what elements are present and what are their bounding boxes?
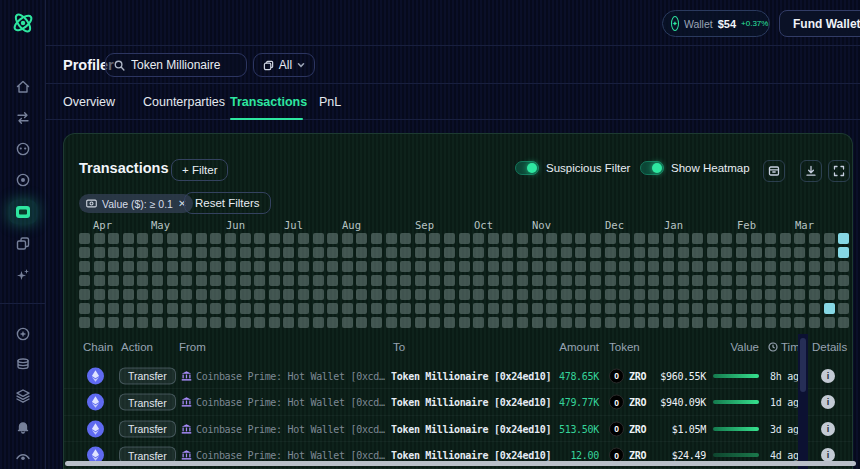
heatmap-cell[interactable] (137, 303, 148, 314)
heatmap-cell[interactable] (386, 247, 397, 258)
sidebar-item-swap[interactable] (9, 107, 37, 129)
heatmap-cell[interactable] (517, 289, 528, 300)
heatmap-cell[interactable] (240, 317, 251, 328)
heatmap-cell[interactable] (225, 303, 236, 314)
heatmap-cell[interactable] (546, 303, 557, 314)
heatmap-cell[interactable] (794, 261, 805, 272)
heatmap-cell[interactable] (371, 233, 382, 244)
heatmap-cell[interactable] (619, 289, 630, 300)
heatmap-cell[interactable] (634, 275, 645, 286)
sidebar-item-disc[interactable] (9, 169, 37, 191)
heatmap-cell[interactable] (415, 275, 426, 286)
heatmap-cell[interactable] (546, 261, 557, 272)
heatmap-cell[interactable] (721, 233, 732, 244)
heatmap-cell[interactable] (780, 247, 791, 258)
heatmap-cell[interactable] (634, 303, 645, 314)
heatmap-cell[interactable] (824, 303, 835, 314)
heatmap-cell[interactable] (167, 247, 178, 258)
heatmap-cell[interactable] (167, 233, 178, 244)
from-address[interactable]: Coinbase Prime: Hot Wallet [0xcd… (196, 423, 388, 434)
heatmap-cell[interactable] (181, 233, 192, 244)
heatmap-cell[interactable] (692, 303, 703, 314)
heatmap-cell[interactable] (327, 289, 338, 300)
sidebar-item-copy[interactable] (9, 233, 37, 255)
heatmap-cell[interactable] (692, 289, 703, 300)
heatmap-cell[interactable] (210, 233, 221, 244)
archive-view-button[interactable] (763, 160, 785, 182)
heatmap-cell[interactable] (196, 275, 207, 286)
heatmap-cell[interactable] (707, 317, 718, 328)
heatmap-cell[interactable] (678, 233, 689, 244)
heatmap-cell[interactable] (780, 261, 791, 272)
heatmap-cell[interactable] (502, 303, 513, 314)
heatmap-cell[interactable] (327, 275, 338, 286)
heatmap-cell[interactable] (590, 261, 601, 272)
sidebar-item-sparkles[interactable] (9, 264, 37, 286)
heatmap-cell[interactable] (152, 233, 163, 244)
heatmap-cell[interactable] (298, 275, 309, 286)
toggle-track[interactable] (640, 161, 664, 175)
heatmap-cell[interactable] (137, 247, 148, 258)
heatmap-cell[interactable] (780, 275, 791, 286)
heatmap-cell[interactable] (809, 233, 820, 244)
heatmap-cell[interactable] (561, 289, 572, 300)
heatmap-cell[interactable] (532, 317, 543, 328)
heatmap-cell[interactable] (269, 275, 280, 286)
heatmap-cell[interactable] (663, 303, 674, 314)
heatmap-cell[interactable] (809, 247, 820, 258)
heatmap-cell[interactable] (473, 303, 484, 314)
heatmap-cell[interactable] (429, 303, 440, 314)
heatmap-cell[interactable] (794, 317, 805, 328)
heatmap-cell[interactable] (444, 261, 455, 272)
heatmap-cell[interactable] (721, 317, 732, 328)
heatmap-cell[interactable] (225, 289, 236, 300)
heatmap-cell[interactable] (123, 289, 134, 300)
heatmap-cell[interactable] (79, 303, 90, 314)
heatmap-cell[interactable] (721, 303, 732, 314)
heatmap-cell[interactable] (444, 289, 455, 300)
heatmap-cell[interactable] (780, 303, 791, 314)
heatmap-cell[interactable] (561, 317, 572, 328)
heatmap-cell[interactable] (459, 247, 470, 258)
heatmap-cell[interactable] (94, 317, 105, 328)
heatmap-cell[interactable] (692, 261, 703, 272)
heatmap-cell[interactable] (371, 303, 382, 314)
heatmap-cell[interactable] (459, 289, 470, 300)
heatmap-cell[interactable] (575, 275, 586, 286)
heatmap-cell[interactable] (473, 261, 484, 272)
heatmap-cell[interactable] (400, 289, 411, 300)
heatmap-cell[interactable] (634, 247, 645, 258)
heatmap-cell[interactable] (152, 261, 163, 272)
sidebar-item-layers[interactable] (9, 385, 37, 407)
heatmap-cell[interactable] (429, 317, 440, 328)
heatmap-cell[interactable] (794, 275, 805, 286)
heatmap-cell[interactable] (94, 303, 105, 314)
heatmap-cell[interactable] (342, 233, 353, 244)
heatmap-cell[interactable] (838, 289, 849, 300)
heatmap-cell[interactable] (196, 247, 207, 258)
heatmap-cell[interactable] (240, 233, 251, 244)
heatmap-cell[interactable] (269, 289, 280, 300)
fullscreen-button[interactable] (828, 160, 850, 182)
heatmap-cell[interactable] (473, 317, 484, 328)
heatmap-cell[interactable] (196, 303, 207, 314)
heatmap-cell[interactable] (196, 289, 207, 300)
heatmap-cell[interactable] (152, 275, 163, 286)
heatmap-cell[interactable] (225, 261, 236, 272)
heatmap-cell[interactable] (269, 261, 280, 272)
heatmap-cell[interactable] (356, 303, 367, 314)
heatmap-cell[interactable] (648, 275, 659, 286)
heatmap-cell[interactable] (590, 275, 601, 286)
heatmap-cell[interactable] (619, 233, 630, 244)
heatmap-cell[interactable] (605, 247, 616, 258)
heatmap-cell[interactable] (386, 303, 397, 314)
heatmap-cell[interactable] (575, 233, 586, 244)
heatmap-cell[interactable] (751, 303, 762, 314)
heatmap-cell[interactable] (386, 261, 397, 272)
heatmap-cell[interactable] (502, 289, 513, 300)
heatmap-cell[interactable] (634, 289, 645, 300)
heatmap-cell[interactable] (444, 247, 455, 258)
heatmap-cell[interactable] (736, 233, 747, 244)
heatmap-cell[interactable] (721, 275, 732, 286)
heatmap-cell[interactable] (517, 303, 528, 314)
